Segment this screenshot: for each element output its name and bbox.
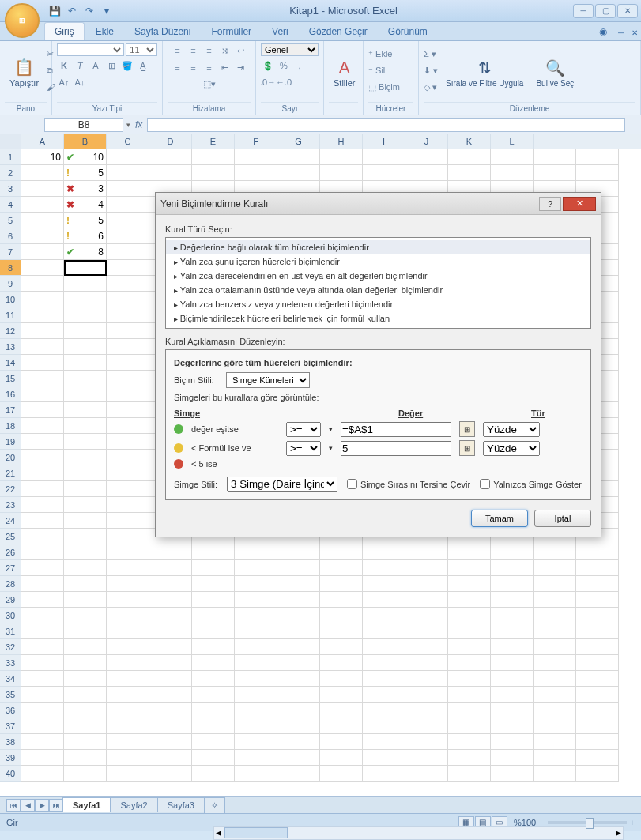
- cell[interactable]: [107, 307, 149, 323]
- cell[interactable]: [534, 671, 576, 687]
- cell[interactable]: [192, 687, 235, 703]
- cell[interactable]: [320, 639, 363, 655]
- cell[interactable]: [149, 560, 192, 576]
- row-header[interactable]: 32: [0, 639, 21, 655]
- row-header[interactable]: 29: [0, 592, 21, 608]
- cell[interactable]: [107, 481, 149, 497]
- cell[interactable]: [64, 734, 107, 750]
- grow-font-icon[interactable]: A↑: [57, 75, 71, 89]
- cell[interactable]: [107, 592, 149, 608]
- redo-icon[interactable]: ↷: [82, 4, 96, 18]
- cell[interactable]: [192, 623, 235, 639]
- cell[interactable]: [107, 292, 149, 307]
- undo-icon[interactable]: ↶: [65, 4, 79, 18]
- cell[interactable]: [491, 608, 534, 623]
- inc-decimal-icon[interactable]: .0→: [261, 75, 275, 89]
- row-header[interactable]: 37: [0, 718, 21, 734]
- cell[interactable]: [576, 750, 619, 766]
- cell[interactable]: [491, 655, 534, 671]
- cell[interactable]: [21, 244, 64, 260]
- col-header-G[interactable]: G: [277, 134, 320, 149]
- cell[interactable]: [21, 734, 64, 750]
- cell[interactable]: [192, 165, 235, 181]
- cell[interactable]: [192, 718, 235, 734]
- cell[interactable]: [235, 734, 277, 750]
- cell[interactable]: [277, 560, 320, 576]
- cell[interactable]: [235, 592, 277, 608]
- cell[interactable]: [21, 292, 64, 307]
- cell[interactable]: [21, 687, 64, 703]
- minimize-button[interactable]: ─: [573, 4, 594, 18]
- cell[interactable]: [21, 750, 64, 766]
- row-header[interactable]: 39: [0, 750, 21, 766]
- cell[interactable]: [277, 750, 320, 766]
- cell[interactable]: [64, 576, 107, 592]
- cell[interactable]: [320, 671, 363, 687]
- cell[interactable]: [576, 560, 619, 576]
- cell[interactable]: [21, 497, 64, 513]
- font-color-icon[interactable]: A̲: [136, 58, 150, 73]
- row1-value-input[interactable]: [341, 422, 451, 437]
- cell[interactable]: [491, 718, 534, 734]
- cell[interactable]: [21, 181, 64, 197]
- cell[interactable]: [363, 750, 405, 766]
- cell[interactable]: [107, 260, 149, 276]
- cell[interactable]: [21, 371, 64, 386]
- cell[interactable]: [21, 165, 64, 181]
- cell[interactable]: [21, 450, 64, 465]
- cell[interactable]: [320, 766, 363, 782]
- cell[interactable]: [21, 307, 64, 323]
- cell[interactable]: [21, 402, 64, 418]
- row-header[interactable]: 10: [0, 292, 21, 307]
- sort-filter-button[interactable]: ⇅Sırala ve Filtre Uygula: [441, 57, 528, 89]
- cell[interactable]: [277, 149, 320, 165]
- cell[interactable]: [277, 639, 320, 655]
- cell[interactable]: [192, 560, 235, 576]
- cell[interactable]: [576, 592, 619, 608]
- cell[interactable]: [491, 734, 534, 750]
- autosum-icon[interactable]: Σ ▾: [424, 49, 438, 64]
- cell[interactable]: [149, 734, 192, 750]
- cell[interactable]: [448, 703, 491, 718]
- cell[interactable]: [64, 592, 107, 608]
- cell[interactable]: [235, 750, 277, 766]
- cell[interactable]: [448, 639, 491, 655]
- cell[interactable]: [235, 703, 277, 718]
- cell[interactable]: [192, 766, 235, 782]
- cell[interactable]: [107, 465, 149, 481]
- cell[interactable]: [277, 608, 320, 623]
- cell[interactable]: [448, 718, 491, 734]
- cell[interactable]: [320, 560, 363, 576]
- cell[interactable]: [107, 544, 149, 560]
- indent-dec-icon[interactable]: ⇤: [218, 60, 232, 74]
- cell[interactable]: [149, 766, 192, 782]
- cell[interactable]: [64, 434, 107, 450]
- cell[interactable]: [21, 355, 64, 371]
- cell[interactable]: [320, 544, 363, 560]
- cell[interactable]: [21, 623, 64, 639]
- cell[interactable]: [534, 576, 576, 592]
- cell[interactable]: [64, 718, 107, 734]
- cell[interactable]: [363, 576, 405, 592]
- cell[interactable]: [405, 639, 448, 655]
- cell[interactable]: [405, 560, 448, 576]
- cell[interactable]: [491, 623, 534, 639]
- align-right-icon[interactable]: ≡: [202, 60, 217, 74]
- cell[interactable]: [149, 750, 192, 766]
- cell[interactable]: [534, 703, 576, 718]
- cell[interactable]: [21, 671, 64, 687]
- italic-icon[interactable]: T: [73, 58, 87, 73]
- cell[interactable]: [192, 592, 235, 608]
- cell[interactable]: [107, 339, 149, 355]
- cell[interactable]: ✔8: [64, 244, 107, 260]
- cell[interactable]: [107, 197, 149, 213]
- row-header[interactable]: 18: [0, 418, 21, 434]
- cell[interactable]: [64, 402, 107, 418]
- cell[interactable]: [21, 213, 64, 228]
- row-header[interactable]: 24: [0, 513, 21, 529]
- cell[interactable]: [363, 560, 405, 576]
- cell[interactable]: [235, 639, 277, 655]
- cell[interactable]: [64, 497, 107, 513]
- sheet-nav-last-icon[interactable]: ⏭: [49, 799, 63, 812]
- cell[interactable]: [576, 544, 619, 560]
